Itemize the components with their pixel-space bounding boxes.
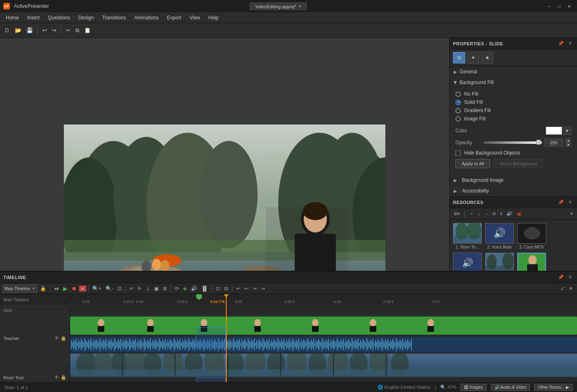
timeline-lock-button[interactable]: 🔒 bbox=[38, 285, 48, 292]
river-eye-icon[interactable]: 👁 bbox=[54, 375, 59, 380]
resources-grid-view-button[interactable]: ⊞▾ bbox=[452, 210, 462, 217]
opacity-slider[interactable] bbox=[483, 141, 542, 144]
menu-transitions[interactable]: Transitions bbox=[98, 14, 130, 22]
maximize-button[interactable]: □ bbox=[555, 2, 564, 10]
background-fill-header[interactable]: ▶ Background Fill bbox=[450, 77, 577, 88]
tab-effects[interactable]: ★ bbox=[481, 52, 493, 63]
tab-slide-properties[interactable]: ⊞ bbox=[453, 52, 465, 63]
timeline-play-button[interactable]: ▶ bbox=[61, 284, 69, 293]
timeline-split-button[interactable]: ⊪ bbox=[136, 285, 143, 292]
images-tab[interactable]: 🖼 Images bbox=[460, 384, 487, 391]
timeline-effect-button[interactable]: ⟳ bbox=[173, 285, 181, 292]
resources-close-button[interactable]: ✕ bbox=[567, 199, 574, 206]
other-resources-tab[interactable]: Other Resou... ▶ bbox=[534, 384, 573, 391]
menu-design[interactable]: Design bbox=[74, 14, 98, 22]
menu-export[interactable]: Export bbox=[163, 14, 185, 22]
paste-button[interactable]: 📋 bbox=[82, 26, 93, 35]
timeline-redo2-button[interactable]: ↪ bbox=[259, 285, 267, 292]
timeline-close-button[interactable]: ✕ bbox=[567, 274, 574, 281]
no-fill-radio[interactable] bbox=[455, 92, 461, 97]
solid-fill-radio[interactable] bbox=[455, 100, 461, 105]
cut-button[interactable]: ✂ bbox=[64, 26, 73, 35]
image-fill-radio[interactable] bbox=[455, 116, 461, 122]
resource-item-2[interactable]: 🔊 2. Voice Male bbox=[485, 223, 514, 249]
timeline-cut-button[interactable]: ✂ bbox=[128, 285, 135, 292]
timeline-redo-button[interactable]: ↪ bbox=[251, 285, 258, 292]
timeline-zoom-out-button[interactable]: 🔍- bbox=[104, 285, 115, 292]
save-button[interactable]: 💾 bbox=[24, 26, 35, 35]
solid-fill-option[interactable]: Solid Fill bbox=[455, 99, 571, 105]
teacher-eye-icon[interactable]: 👁 bbox=[54, 336, 59, 341]
timeline-caption-button[interactable]: ⊟ bbox=[223, 285, 230, 292]
menu-insert[interactable]: Insert bbox=[23, 14, 44, 22]
redo-button[interactable]: ↪ bbox=[50, 26, 59, 35]
image-fill-option[interactable]: Image Fill bbox=[455, 116, 571, 122]
audio-clip[interactable] bbox=[70, 337, 577, 352]
new-button[interactable]: 🗋 bbox=[2, 26, 12, 35]
opacity-up-button[interactable]: ▲ bbox=[565, 138, 571, 142]
audio-video-tab[interactable]: 🔊 Audio & Video bbox=[491, 384, 530, 391]
background-image-section[interactable]: ▶ Background Image bbox=[450, 175, 577, 185]
resource-item-3[interactable]: 3. Cave.MOV bbox=[517, 223, 546, 249]
resources-duplicate-button[interactable]: ⧉ bbox=[491, 210, 497, 217]
main-timeline-selector[interactable]: Main Timeline ▼ bbox=[2, 284, 38, 293]
timeline-volume-button[interactable]: 🔊 bbox=[189, 285, 199, 292]
resources-info-button[interactable]: ℹ bbox=[499, 210, 504, 217]
timeline-group-button[interactable]: ▣ bbox=[152, 285, 160, 292]
properties-pin-button[interactable]: 📌 bbox=[556, 40, 565, 47]
resources-add-button[interactable]: ＋ bbox=[468, 210, 476, 218]
teacher-lock-icon[interactable]: 🔒 bbox=[61, 336, 66, 341]
timeline-join-button[interactable]: ⊥ bbox=[144, 285, 152, 292]
resources-video-button[interactable]: 📽 bbox=[515, 211, 523, 217]
menu-animations[interactable]: Animations bbox=[130, 14, 163, 22]
minimize-button[interactable]: ─ bbox=[545, 2, 554, 10]
timeline-record-button[interactable]: ⏺ bbox=[70, 285, 78, 292]
river-lock-icon[interactable]: 🔒 bbox=[61, 375, 66, 380]
accessibility-section[interactable]: ▶ Accessibility bbox=[450, 185, 577, 196]
file-tab[interactable]: VideoEditing.approj* × bbox=[250, 2, 306, 10]
menu-questions[interactable]: Questions bbox=[44, 14, 74, 22]
timeline-ungroup-button[interactable]: ⊞ bbox=[161, 285, 169, 292]
properties-close-button[interactable]: ✕ bbox=[567, 40, 574, 47]
river-video-clip[interactable] bbox=[70, 354, 577, 377]
resources-more-button[interactable]: ▾ bbox=[569, 210, 575, 217]
timeline-pin-button[interactable]: 📌 bbox=[556, 274, 565, 281]
resources-pin-button[interactable]: 📌 bbox=[556, 199, 565, 206]
timeline-chroma-button[interactable]: ◈ bbox=[181, 285, 188, 292]
resource-item-1[interactable]: 1. River To... bbox=[453, 223, 482, 249]
color-dropper-button[interactable]: ▼ bbox=[563, 127, 571, 135]
opacity-down-button[interactable]: ▼ bbox=[565, 143, 571, 147]
close-tab-icon[interactable]: × bbox=[299, 4, 301, 9]
resources-audio-button[interactable]: 🔊 bbox=[505, 210, 514, 217]
copy-button[interactable]: ⧉ bbox=[73, 26, 81, 35]
reset-background-button[interactable]: Reset Background bbox=[493, 159, 543, 168]
color-swatch[interactable] bbox=[546, 127, 562, 135]
timeline-zoom-in-button[interactable]: 🔍+ bbox=[91, 285, 103, 292]
apply-to-all-button[interactable]: Apply to All bbox=[455, 159, 490, 168]
timeline-fit-button[interactable]: ⊡ bbox=[116, 285, 123, 292]
menu-view[interactable]: View bbox=[185, 14, 204, 22]
no-fill-option[interactable]: No Fill bbox=[455, 91, 571, 97]
close-button[interactable]: ✕ bbox=[565, 2, 574, 10]
menu-help[interactable]: Help bbox=[204, 14, 223, 22]
general-section-header[interactable]: ▶ General bbox=[450, 66, 577, 77]
teacher-video-clip[interactable] bbox=[70, 317, 577, 335]
resources-import-button[interactable]: ↓ bbox=[477, 211, 483, 217]
opacity-handle[interactable] bbox=[536, 140, 541, 145]
gradient-fill-option[interactable]: Gradient Fill bbox=[455, 108, 571, 113]
opacity-value-input[interactable]: 255 bbox=[544, 138, 563, 147]
timeline-expand-button[interactable]: ⤢ bbox=[559, 285, 566, 292]
timeline-ruler[interactable]: 0:23 0:23.5 0:24 0:24.5 0:24.776 0:25 0:… bbox=[70, 294, 577, 306]
gradient-fill-radio[interactable] bbox=[455, 108, 461, 113]
open-button[interactable]: 📂 bbox=[13, 26, 23, 35]
tab-animation[interactable]: ✦ bbox=[467, 52, 479, 63]
timeline-to-start-button[interactable]: ⏮ bbox=[52, 285, 61, 292]
hide-bg-objects-item[interactable]: Hide Background Objects bbox=[455, 150, 571, 156]
timeline-bars-button[interactable]: ▐▌ bbox=[199, 285, 210, 292]
timeline-marker-button[interactable]: ⊡ bbox=[214, 285, 222, 292]
timeline-settings-button[interactable]: ✕ bbox=[567, 285, 575, 292]
resources-delete-button[interactable]: − bbox=[484, 211, 490, 217]
timeline-stop-button[interactable]: ■ bbox=[79, 286, 86, 291]
hide-bg-objects-checkbox[interactable] bbox=[455, 150, 461, 156]
menu-home[interactable]: Home bbox=[2, 14, 23, 22]
